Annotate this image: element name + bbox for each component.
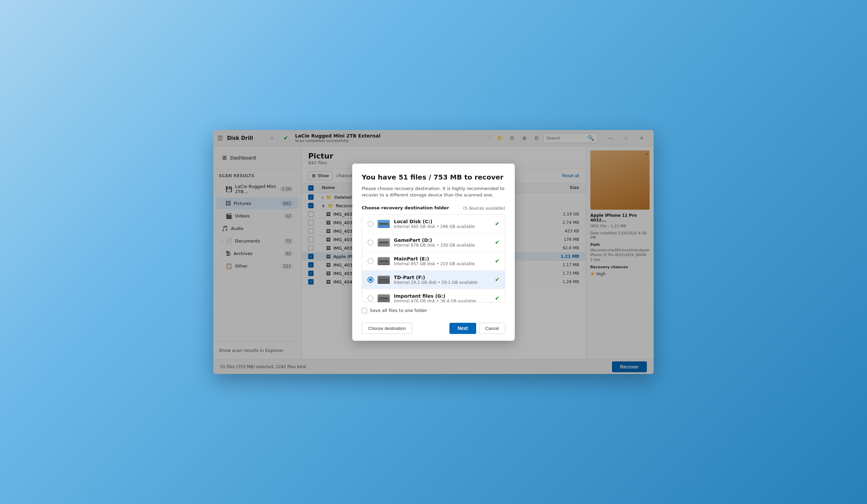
device-name-g: Important files (G:) bbox=[394, 293, 491, 299]
device-option-f[interactable]: TD-Part (F:) Internal 29.2 GB disk • 29.… bbox=[362, 271, 505, 289]
modal-actions: Next Cancel bbox=[449, 323, 505, 334]
device-option-g[interactable]: Important files (G:) Internal 476 GB dis… bbox=[362, 289, 505, 302]
disk-icon-g bbox=[378, 294, 390, 302]
disk-icon-e bbox=[378, 257, 390, 265]
choose-destination-button[interactable]: Choose destination bbox=[362, 323, 412, 334]
device-name-c: Local Disk (C:) bbox=[394, 219, 491, 224]
disk-icon-d bbox=[378, 238, 390, 247]
radio-f[interactable] bbox=[367, 277, 374, 283]
device-info-f: TD-Part (F:) Internal 29.2 GB disk • 29.… bbox=[394, 275, 491, 285]
cancel-button[interactable]: Cancel bbox=[479, 323, 505, 334]
device-option-d[interactable]: GamePart (D:) Internal 878 GB disk • 330… bbox=[362, 233, 505, 252]
device-meta-d: Internal 878 GB disk • 330 GB available bbox=[394, 243, 491, 248]
device-name-e: MainPart (E:) bbox=[394, 256, 491, 261]
modal-body: You have 51 files / 753 MB to recover Pl… bbox=[352, 164, 515, 302]
radio-e[interactable] bbox=[367, 258, 374, 264]
radio-inner-f bbox=[369, 278, 372, 281]
device-meta-e: Internal 857 GB disk • 210 GB available bbox=[394, 261, 491, 266]
modal-description: Please choose recovery destination. It i… bbox=[362, 185, 505, 199]
device-option-e[interactable]: MainPart (E:) Internal 857 GB disk • 210… bbox=[362, 252, 505, 271]
device-check-icon-f: ✔ bbox=[495, 276, 500, 283]
device-info-c: Local Disk (C:) Internal 465 GB disk • 2… bbox=[394, 219, 491, 229]
device-check-icon-c: ✔ bbox=[495, 221, 500, 227]
device-meta-g: Internal 476 GB disk • 38.4 GB available bbox=[394, 299, 491, 302]
device-check-icon-d: ✔ bbox=[495, 239, 500, 246]
devices-list: Local Disk (C:) Internal 465 GB disk • 2… bbox=[362, 214, 505, 302]
disk-icon-c bbox=[378, 220, 390, 228]
modal-section-header: Choose recovery destination folder (5 de… bbox=[362, 205, 505, 212]
device-meta-c: Internal 465 GB disk • 296 GB available bbox=[394, 224, 491, 229]
device-name-f: TD-Part (F:) bbox=[394, 275, 491, 280]
modal-section-label: Choose recovery destination folder bbox=[362, 205, 449, 210]
radio-g[interactable] bbox=[367, 296, 374, 301]
radio-c[interactable] bbox=[367, 221, 374, 227]
device-meta-f: Internal 29.2 GB disk • 29.1 GB availabl… bbox=[394, 280, 491, 285]
modal-title: You have 51 files / 753 MB to recover bbox=[362, 173, 505, 181]
app-window: ☰ Disk Drill ⌂ ✔ LaCie Rugged Mini 2TB E… bbox=[213, 130, 654, 374]
device-name-d: GamePart (D:) bbox=[394, 237, 491, 243]
next-button[interactable]: Next bbox=[449, 323, 476, 334]
save-one-folder-label[interactable]: Save all files to one folder bbox=[370, 308, 427, 313]
radio-d[interactable] bbox=[367, 239, 374, 246]
device-info-e: MainPart (E:) Internal 857 GB disk • 210… bbox=[394, 256, 491, 266]
modal-overlay: You have 51 files / 753 MB to recover Pl… bbox=[213, 130, 654, 374]
device-info-d: GamePart (D:) Internal 878 GB disk • 330… bbox=[394, 237, 491, 248]
modal-checkbox-row: Save all files to one folder bbox=[352, 302, 515, 319]
save-one-folder-checkbox[interactable] bbox=[362, 308, 367, 313]
device-check-icon-e: ✔ bbox=[495, 258, 500, 264]
disk-icon-f bbox=[378, 276, 390, 284]
modal-devices-count: (5 devices available) bbox=[463, 206, 505, 211]
device-info-g: Important files (G:) Internal 476 GB dis… bbox=[394, 293, 491, 302]
device-check-icon-g: ✔ bbox=[495, 295, 500, 301]
modal: You have 51 files / 753 MB to recover Pl… bbox=[352, 164, 515, 341]
modal-footer: Choose destination Next Cancel bbox=[352, 319, 515, 341]
device-option-c[interactable]: Local Disk (C:) Internal 465 GB disk • 2… bbox=[362, 215, 505, 233]
